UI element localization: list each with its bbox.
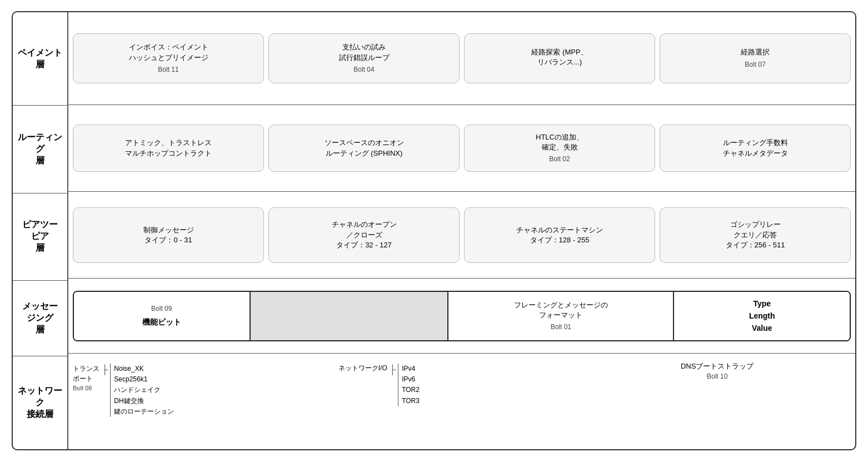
payment-cell-pathfinding: 経路探索 (MPP、 リバランス...) (464, 33, 655, 83)
p2p-cell-channel-open: チャネルのオープン ／クローズ タイプ：32 - 127 (268, 207, 460, 263)
layer-label-payment: ペイメント 層 (13, 12, 67, 106)
p2p-cell-control: 制御メッセージ タイプ：0 - 31 (73, 207, 264, 263)
io-tree: IPv4 IPv6 TOR2 TOR3 (398, 364, 420, 406)
network-transport: トランス ポート Bolt 08 ├ Noise_XK Secp256k1 ハン… (73, 361, 174, 417)
main-diagram: ペイメント 層 ルーティング 層 ピアツー ピア 層 メッセー ジング 層 ネッ… (12, 11, 856, 450)
messaging-row: Bolt 09 機能ビット フレーミングとメッセージの フォーマット Bolt … (68, 279, 855, 354)
network-dns: DNSブートストラップ Bolt 10 (583, 361, 851, 380)
layer-label-messaging: メッセー ジング 層 (13, 281, 67, 356)
payment-cell-pathselect: 経路選択 Bolt 07 (660, 33, 851, 83)
payment-row: インボイス：ペイメント ハッシュとプリイメージ Bolt 11 支払いの試み 試… (68, 12, 855, 105)
routing-cell-atomic: アトミック、トラストレス マルチホップコントラクト (73, 125, 264, 172)
transport-tree: Noise_XK Secp256k1 ハンドシェイク DH鍵交換 鍵のローテーシ… (110, 364, 174, 417)
routing-row: アトミック、トラストレス マルチホップコントラクト ソースベースのオニオン ルー… (68, 105, 855, 192)
content-area: インボイス：ペイメント ハッシュとプリイメージ Bolt 11 支払いの試み 試… (68, 12, 855, 449)
messaging-cell-framing: フレーミングとメッセージの フォーマット Bolt 01 (447, 292, 674, 340)
layer-label-routing: ルーティング 層 (13, 106, 67, 193)
p2p-cell-gossip: ゴシップリレー クエリ／応答 タイプ：256 - 511 (660, 207, 851, 263)
network-content: トランス ポート Bolt 08 ├ Noise_XK Secp256k1 ハン… (73, 361, 851, 417)
messaging-cell-tlv: Type Length Value (674, 292, 850, 340)
network-row: トランス ポート Bolt 08 ├ Noise_XK Secp256k1 ハン… (68, 354, 855, 449)
layer-label-network: ネットワーク 接続層 (13, 356, 67, 449)
messaging-cell-gray (251, 292, 448, 340)
routing-cell-fees: ルーティング手数料 チャネルメタデータ (660, 125, 851, 172)
messaging-cell-feature-bits: Bolt 09 機能ビット (74, 292, 251, 340)
layer-label-p2p: ピアツー ピア 層 (13, 193, 67, 281)
network-io: ネットワークI/O ├ IPv4 IPv6 TOR2 TOR3 (178, 361, 579, 406)
p2p-cell-statemachine: チャネルのステートマシン タイプ：128 - 255 (464, 207, 655, 263)
layer-labels: ペイメント 層 ルーティング 層 ピアツー ピア 層 メッセー ジング 層 ネッ… (13, 12, 68, 449)
routing-cell-onion: ソースベースのオニオン ルーティング (SPHINX) (268, 125, 460, 172)
p2p-row: 制御メッセージ タイプ：0 - 31 チャネルのオープン ／クローズ タイプ：3… (68, 192, 855, 279)
routing-cell-htlc: HTLCの追加、 確定、失敗 Bolt 02 (464, 125, 655, 172)
payment-cell-invoice: インボイス：ペイメント ハッシュとプリイメージ Bolt 11 (73, 33, 264, 83)
messaging-wrapper: Bolt 09 機能ビット フレーミングとメッセージの フォーマット Bolt … (73, 291, 851, 341)
payment-cell-retry: 支払いの試み 試行錯誤ループ Bolt 04 (268, 33, 460, 83)
